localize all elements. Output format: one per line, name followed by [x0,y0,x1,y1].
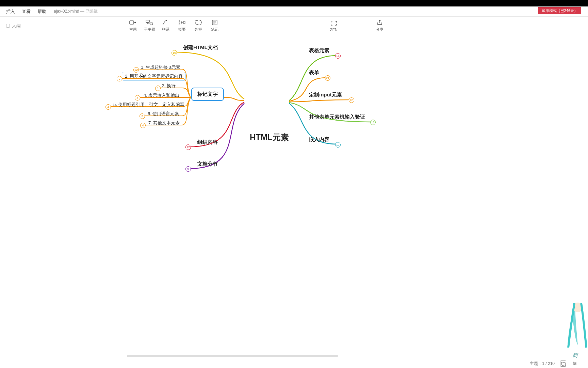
share-button[interactable]: 分享 [373,19,387,32]
note-icon [211,19,218,26]
trial-badge[interactable]: 试用模式（已246天） [538,7,581,14]
count-badge[interactable]: 12 [185,144,191,150]
mascot-image [564,297,588,358]
share-icon [376,19,383,26]
zen-button[interactable]: ZEN [327,20,341,32]
mindmap-canvas[interactable]: HTML元素 表格元素 11 表单 21 定制input元素 20 其他表单元素… [0,35,588,358]
note-button[interactable]: 笔记 [208,19,222,32]
central-topic[interactable]: HTML元素 [244,130,294,145]
svg-point-11 [575,363,576,364]
outline-icon [6,24,10,28]
count-badge[interactable]: 12 [370,120,376,125]
count-badge[interactable]: 9 [117,76,122,81]
topic-create-html[interactable]: 创建HTML文档 [183,44,218,51]
topic-mark-text[interactable]: 标记文字 [191,88,224,101]
map-view-icon[interactable] [560,361,566,367]
menu-view[interactable]: 查看 [18,9,34,15]
jian-label: 简 [572,352,578,359]
toolbar: 大纲 主题 子主题 联系 概要 外框 笔记 ZEN [0,17,588,35]
topic-form[interactable]: 表单 [309,70,319,76]
statusbar: 主题：1 / 210 [0,359,588,368]
menu-insert[interactable]: 插入 [3,9,18,15]
subtopic[interactable]: 6. 使用语言元素 [148,111,179,117]
topic-button[interactable]: 主题 [126,19,140,32]
svg-rect-7 [195,20,201,25]
subtopic-button[interactable]: 子主题 [142,19,157,32]
zen-icon [330,20,338,26]
svg-rect-3 [179,20,180,21]
count-badge[interactable]: 4 [135,95,140,101]
subtopic[interactable]: 4. 表示输入和输出 [144,92,179,98]
count-badge[interactable]: 17 [335,142,341,148]
summary-icon [178,19,186,26]
topic-icon [129,19,137,26]
svg-rect-5 [179,24,180,25]
boundary-icon [195,19,202,26]
svg-rect-4 [179,22,180,23]
svg-point-12 [574,364,575,365]
svg-rect-6 [183,21,185,24]
topic-other-form[interactable]: 其他表单元素机输入验证 [309,114,365,120]
relation-button[interactable]: 联系 [159,19,173,32]
count-badge[interactable]: 20 [349,97,354,103]
subtopic[interactable]: 7. 其他文本元素 [148,120,180,126]
cursor-icon [141,73,145,78]
count-badge[interactable]: 3 [140,113,145,119]
subtopic[interactable]: 5. 使用标题引用、引文、定义和缩写 [113,102,184,108]
svg-point-10 [573,362,574,363]
count-badge[interactable]: 4 [140,123,146,128]
subtopic-selected[interactable]: 2. 用基本的文字元素标记内容 [122,72,186,81]
count-badge[interactable]: 1 [155,86,161,91]
count-badge[interactable]: 9 [185,166,191,172]
outline-toggle[interactable]: 大纲 [0,23,21,29]
svg-rect-0 [130,21,134,24]
topic-organize[interactable]: 组织内容 [197,139,218,145]
count-badge[interactable]: 10 [172,50,177,56]
topic-table-elements[interactable]: 表格元素 [309,47,329,54]
relation-icon [162,19,169,26]
mindmap-edges [0,35,588,358]
svg-rect-1 [146,20,149,22]
summary-button[interactable]: 概要 [175,19,189,32]
count-badge[interactable]: 4 [105,104,111,110]
topic-counter: 主题：1 / 210 [530,361,555,367]
boundary-button[interactable]: 外框 [191,19,206,32]
horizontal-scrollbar[interactable] [127,355,338,357]
topic-embed[interactable]: 嵌入内容 [309,136,329,143]
filename: ajax-02.xmind — 已编辑 [54,9,98,14]
topic-sections[interactable]: 文档分节 [197,161,218,167]
count-badge[interactable]: 21 [325,75,330,81]
menu-help[interactable]: 帮助 [34,9,50,15]
subtopic-icon [146,19,153,26]
svg-rect-2 [150,23,153,25]
subtopic[interactable]: 3. 换行 [162,83,176,89]
count-badge[interactable]: 11 [335,53,341,59]
settings-icon[interactable] [572,360,578,367]
subtopic[interactable]: 1. 生成超链接 a元素 [141,64,180,71]
topic-input[interactable]: 定制input元素 [309,92,342,98]
menubar: 插入 查看 帮助 ajax-02.xmind — 已编辑 试用模式（已246天） [0,6,588,17]
